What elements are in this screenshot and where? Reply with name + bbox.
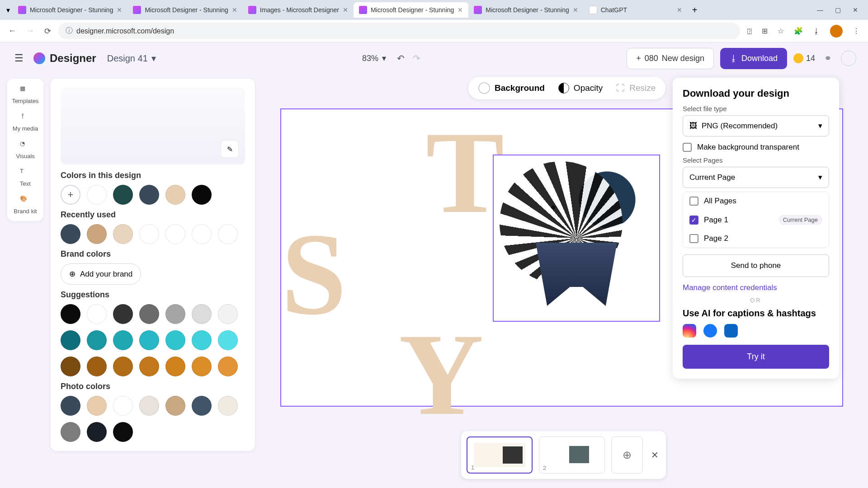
url-bar[interactable]: ⓘ designer.microsoft.com/design [58, 23, 740, 39]
canvas-letter[interactable]: S [281, 206, 347, 342]
window-minimize-icon[interactable]: — [817, 6, 823, 14]
color-swatch[interactable] [113, 304, 133, 324]
new-tab-button[interactable]: + [688, 2, 702, 18]
close-strip-button[interactable]: ✕ [649, 448, 660, 462]
close-icon[interactable]: ✕ [573, 6, 578, 14]
color-swatch[interactable] [165, 330, 185, 350]
browser-tab[interactable]: ChatGPT✕ [584, 2, 688, 18]
opacity-option[interactable]: Opacity [558, 83, 603, 94]
rail-my-media[interactable]: ⭱My media [13, 113, 38, 132]
color-swatch[interactable] [113, 224, 133, 244]
close-icon[interactable]: ✕ [117, 6, 122, 14]
color-swatch[interactable] [87, 304, 107, 324]
color-swatch[interactable] [139, 330, 159, 350]
color-swatch[interactable] [165, 224, 185, 244]
color-swatch[interactable] [218, 304, 238, 324]
tab-search-dropdown[interactable]: ▾ [4, 3, 13, 17]
account-button[interactable] [841, 51, 856, 66]
add-brand-button[interactable]: ⊕ Add your brand [61, 263, 141, 285]
try-it-button[interactable]: Try it [683, 345, 829, 369]
nav-forward-icon[interactable]: → [24, 23, 37, 38]
color-swatch[interactable] [192, 304, 212, 324]
design-name-dropdown[interactable]: Design 41 [107, 53, 156, 64]
color-swatch[interactable] [113, 330, 133, 350]
browser-tab[interactable]: Microsoft Designer - Stunning✕ [13, 2, 127, 18]
canvas-image-selected[interactable] [493, 155, 660, 322]
color-swatch[interactable] [165, 185, 185, 205]
nav-reload-icon[interactable]: ⟳ [42, 23, 54, 39]
credits-counter[interactable]: 14 [793, 53, 815, 63]
translate-icon[interactable]: ⊞ [762, 27, 768, 35]
browser-tab-active[interactable]: Microsoft Designer - Stunning✕ [354, 2, 468, 18]
rail-text[interactable]: TText [20, 168, 31, 187]
new-design-button[interactable]: + 080 New design [627, 48, 714, 69]
undo-button[interactable]: ↶ [397, 53, 405, 64]
color-swatch[interactable] [113, 396, 133, 416]
browser-menu-icon[interactable]: ⋮ [853, 27, 860, 35]
install-app-icon[interactable]: ⍰ [747, 27, 752, 35]
close-icon[interactable]: ✕ [343, 6, 348, 14]
eyedropper-button[interactable]: ✎ [221, 140, 239, 158]
page2-checkbox[interactable]: Page 2 [683, 230, 829, 248]
color-swatch[interactable] [192, 185, 212, 205]
add-color-button[interactable]: + [61, 185, 80, 205]
all-pages-checkbox[interactable]: All Pages [683, 192, 829, 210]
browser-tab[interactable]: Microsoft Designer - Stunning✕ [127, 2, 242, 18]
color-swatch[interactable] [139, 304, 159, 324]
filetype-select[interactable]: 🖼 PNG (Recommended) [683, 115, 829, 136]
page-thumbnail-1[interactable]: 1 [467, 436, 533, 474]
color-swatch[interactable] [113, 185, 133, 205]
color-swatch[interactable] [61, 357, 80, 376]
zoom-control[interactable]: 83% [362, 53, 386, 63]
color-swatch[interactable] [165, 396, 185, 416]
download-button[interactable]: ⭳ Download [720, 48, 787, 69]
color-swatch[interactable] [218, 396, 238, 416]
window-maximize-icon[interactable]: ▢ [835, 6, 841, 14]
color-swatch[interactable] [113, 357, 133, 376]
color-swatch[interactable] [61, 224, 80, 244]
rail-brand-kit[interactable]: 🎨Brand kit [14, 195, 37, 215]
color-swatch[interactable] [192, 357, 212, 376]
close-icon[interactable]: ✕ [677, 6, 682, 14]
background-option[interactable]: Background [478, 82, 545, 94]
page-thumbnail-2[interactable]: 2 [539, 436, 605, 474]
menu-icon[interactable]: ☰ [12, 50, 26, 67]
share-icon[interactable]: ⚭ [821, 50, 835, 66]
send-to-phone-button[interactable]: Send to phone [683, 254, 829, 277]
instagram-icon[interactable] [683, 324, 696, 338]
site-info-icon[interactable]: ⓘ [66, 26, 73, 36]
linkedin-icon[interactable] [724, 324, 738, 338]
color-swatch[interactable] [139, 357, 159, 376]
color-swatch[interactable] [192, 330, 212, 350]
browser-tab[interactable]: Microsoft Designer - Stunning✕ [468, 2, 583, 18]
color-swatch[interactable] [192, 224, 212, 244]
close-icon[interactable]: ✕ [458, 6, 463, 14]
add-page-button[interactable]: ⊕ [611, 436, 643, 474]
color-swatch[interactable] [87, 224, 107, 244]
downloads-icon[interactable]: ⭳ [813, 27, 820, 35]
page1-checkbox[interactable]: ✓Page 1Current Page [683, 210, 829, 230]
transparent-bg-checkbox[interactable]: Make background transparent [683, 143, 829, 152]
color-swatch[interactable] [218, 330, 238, 350]
nav-back-icon[interactable]: ← [5, 23, 19, 38]
manage-credentials-link[interactable]: Manage content credentials [683, 283, 829, 292]
color-swatch[interactable] [61, 422, 80, 442]
color-swatch[interactable] [87, 422, 107, 442]
color-swatch[interactable] [139, 224, 159, 244]
color-swatch[interactable] [113, 422, 133, 442]
color-swatch[interactable] [139, 185, 159, 205]
color-swatch[interactable] [139, 396, 159, 416]
facebook-icon[interactable] [703, 324, 717, 338]
color-swatch[interactable] [165, 357, 185, 376]
color-swatch[interactable] [87, 185, 107, 205]
color-swatch[interactable] [87, 396, 107, 416]
browser-tab[interactable]: Images - Microsoft Designer✕ [243, 2, 354, 18]
color-swatch[interactable] [192, 396, 212, 416]
color-swatch[interactable] [218, 357, 238, 376]
color-swatch[interactable] [87, 330, 107, 350]
resize-option[interactable]: ⛶Resize [616, 83, 656, 93]
rail-templates[interactable]: ▦Templates [12, 85, 38, 104]
close-icon[interactable]: ✕ [232, 6, 237, 14]
color-swatch[interactable] [165, 304, 185, 324]
bookmark-icon[interactable]: ☆ [778, 27, 784, 35]
